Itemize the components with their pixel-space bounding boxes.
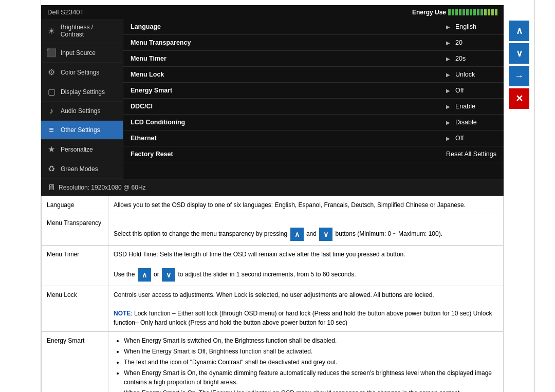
osd-sidebar-label-audio: Audio Settings xyxy=(61,107,100,115)
energy-use-bar: Energy Use xyxy=(412,9,497,16)
down-button-timer: ∨ xyxy=(162,268,175,282)
osd-sidebar-item-display[interactable]: ▢ Display Settings xyxy=(41,82,123,102)
desc-content-language: Allows you to set the OSD display to one… xyxy=(108,196,504,214)
desc-label-language: Language xyxy=(42,196,108,214)
osd-row-transparency[interactable]: Menu Transparency ▶ 20 xyxy=(123,35,504,51)
osd-sidebar: ☀ Brightness / Contrast ⬛ Input Source ⚙… xyxy=(41,19,123,179)
osd-row-ddc[interactable]: DDC/CI ▶ Enable xyxy=(123,99,504,115)
osd-body: ☀ Brightness / Contrast ⬛ Input Source ⚙… xyxy=(41,19,504,179)
osd-arrow-language: ▶ xyxy=(446,24,450,30)
osd-row-energy[interactable]: Energy Smart ▶ Off xyxy=(123,83,504,99)
audio-icon: ♪ xyxy=(46,106,57,116)
osd-arrow-energy: ▶ xyxy=(446,88,450,94)
osd-sidebar-label-input: Input Source xyxy=(61,49,96,57)
osd-sidebar-item-brightness[interactable]: ☀ Brightness / Contrast xyxy=(41,19,123,43)
osd-device-title: Dell S2340T xyxy=(47,8,84,16)
description-table: Language Allows you to set the OSD displ… xyxy=(41,196,504,392)
bullet-energy-5: When Energy Smart is On, The 'Energy Use… xyxy=(124,388,498,392)
up-button-timer: ∧ xyxy=(138,268,151,282)
bullet-energy-4: When Energy Smart is On, the dynamic dim… xyxy=(124,368,498,387)
osd-label-timer: Menu Timer xyxy=(131,55,441,62)
osd-sidebar-label-display: Display Settings xyxy=(61,88,105,96)
osd-arrow-ethernet: ▶ xyxy=(446,136,450,141)
color-icon: ⚙ xyxy=(46,67,57,77)
osd-value-factory: Reset All Settings xyxy=(446,151,496,158)
osd-value-lcd: Disable xyxy=(455,119,496,126)
osd-footer: 🖥 Resolution: 1920x1080 @ 60Hz xyxy=(41,179,504,196)
osd-sidebar-label-color: Color Settings xyxy=(61,69,99,76)
osd-arrow-lock: ▶ xyxy=(446,72,450,78)
osd-arrow-timer: ▶ xyxy=(446,56,450,62)
nav-right-button[interactable]: → xyxy=(509,66,529,86)
green-icon: ♻ xyxy=(46,164,57,174)
osd-header: Dell S2340T Energy Use xyxy=(41,5,504,19)
bullet-energy-1: When Energy Smart is switched On, the Br… xyxy=(124,336,498,345)
nav-up-button[interactable]: ∧ xyxy=(509,21,529,41)
desc-label-lock: Menu Lock xyxy=(42,286,108,332)
osd-sidebar-item-green[interactable]: ♻ Green Modes xyxy=(41,159,123,179)
desc-content-lock: Controls user access to adjustments. Whe… xyxy=(108,286,504,332)
monitor-icon: 🖥 xyxy=(47,183,55,192)
bullet-energy-3: The text and the icon of "Dynamic Contra… xyxy=(124,358,498,367)
osd-row-language[interactable]: Language ▶ English xyxy=(123,19,504,35)
desc-row-timer: Menu Timer OSD Hold Time: Sets the lengt… xyxy=(42,246,504,286)
osd-arrow-ddc: ▶ xyxy=(446,104,450,109)
note-label: NOTE xyxy=(114,310,131,317)
osd-value-language: English xyxy=(455,23,496,30)
osd-value-transparency: 20 xyxy=(455,39,496,46)
nav-close-button[interactable]: ✕ xyxy=(509,88,529,109)
desc-row-language: Language Allows you to set the OSD displ… xyxy=(42,196,504,214)
desc-row-energy: Energy Smart When Energy Smart is switch… xyxy=(42,332,504,393)
osd-sidebar-item-audio[interactable]: ♪ Audio Settings xyxy=(41,102,123,121)
osd-content: Language ▶ English Menu Transparency ▶ 2… xyxy=(123,19,504,179)
osd-value-timer: 20s xyxy=(455,55,496,62)
down-button-inline: ∨ xyxy=(319,228,332,241)
osd-value-ddc: Enable xyxy=(455,103,496,110)
osd-arrow-transparency: ▶ xyxy=(446,40,450,46)
osd-row-factory[interactable]: Factory Reset ▶ Reset All Settings xyxy=(123,146,504,162)
osd-sidebar-item-personalize[interactable]: ★ Personalize xyxy=(41,140,123,159)
desc-row-lock: Menu Lock Controls user access to adjust… xyxy=(42,286,504,332)
osd-value-ethernet: Off xyxy=(455,135,496,142)
personalize-icon: ★ xyxy=(46,144,57,154)
osd-row-timer[interactable]: Menu Timer ▶ 20s xyxy=(123,51,504,67)
nav-column: ∧ ∨ → ✕ xyxy=(504,0,534,392)
osd-sidebar-item-other[interactable]: ≡ Other Settings xyxy=(41,121,123,140)
desc-content-energy: When Energy Smart is switched On, the Br… xyxy=(108,332,504,393)
osd-arrow-lcd: ▶ xyxy=(446,120,450,125)
osd-label-energy: Energy Smart xyxy=(131,87,441,94)
display-icon: ▢ xyxy=(46,87,57,97)
brightness-icon: ☀ xyxy=(46,26,57,36)
osd-label-transparency: Menu Transparency xyxy=(131,39,441,46)
energy-bar-indicator xyxy=(448,9,497,15)
nav-down-button[interactable]: ∨ xyxy=(509,43,529,64)
desc-label-timer: Menu Timer xyxy=(42,246,108,286)
energy-bullet-list: When Energy Smart is switched On, the Br… xyxy=(114,336,498,392)
osd-value-lock: Unlock xyxy=(455,71,496,78)
osd-label-ddc: DDC/CI xyxy=(131,103,441,110)
desc-row-transparency: Menu Transparency Select this option to … xyxy=(42,214,504,246)
osd-row-ethernet[interactable]: Ethernet ▶ Off xyxy=(123,130,504,146)
other-icon: ≡ xyxy=(46,125,57,135)
up-button-inline: ∧ xyxy=(290,228,304,241)
desc-content-transparency: Select this option to change the menu tr… xyxy=(108,214,504,246)
osd-sidebar-label-green: Green Modes xyxy=(61,165,98,173)
osd-sidebar-item-color[interactable]: ⚙ Color Settings xyxy=(41,63,123,82)
osd-panel: Dell S2340T Energy Use xyxy=(41,5,504,196)
input-icon: ⬛ xyxy=(46,48,57,58)
osd-label-lock: Menu Lock xyxy=(131,71,441,78)
osd-resolution: Resolution: 1920x1080 @ 60Hz xyxy=(59,184,146,191)
osd-row-lock[interactable]: Menu Lock ▶ Unlock xyxy=(123,67,504,83)
bullet-energy-2: When the Energy Smart is Off, Brightness… xyxy=(124,347,498,356)
osd-label-ethernet: Ethernet xyxy=(131,135,441,142)
energy-use-label: Energy Use xyxy=(412,9,446,16)
desc-content-timer: OSD Hold Time: Sets the length of time t… xyxy=(108,246,504,286)
osd-value-energy: Off xyxy=(455,87,496,94)
osd-label-lcd: LCD Conditioning xyxy=(131,119,441,126)
osd-label-language: Language xyxy=(131,23,441,30)
osd-row-lcd[interactable]: LCD Conditioning ▶ Disable xyxy=(123,115,504,130)
desc-label-transparency: Menu Transparency xyxy=(42,214,108,246)
osd-sidebar-label-other: Other Settings xyxy=(61,126,100,134)
osd-sidebar-item-input[interactable]: ⬛ Input Source xyxy=(41,43,123,63)
osd-label-factory: Factory Reset xyxy=(131,151,432,158)
